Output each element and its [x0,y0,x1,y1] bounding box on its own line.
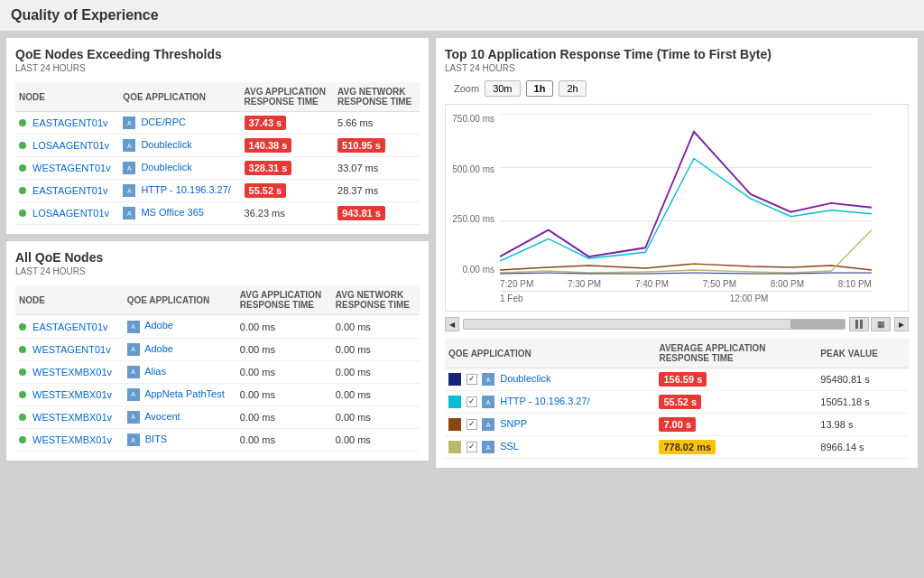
right-panel-title: Top 10 Application Response Time (Time t… [445,47,909,61]
app-cell: A Adobe [124,338,236,360]
badge-red: 37.43 s [245,116,287,130]
node-link[interactable]: WESTAGENT01v [32,163,111,173]
legend-app-link[interactable]: SNPP [500,418,527,429]
node-link[interactable]: WESTEXMBX01v [32,367,112,378]
table-row: EASTAGENT01v A Adobe 0.00 ms 0.00 ms [15,315,420,338]
app-link[interactable]: Avocent [144,411,180,422]
zoom-2h-button[interactable]: 2h [559,80,586,97]
app-cell: A BITS [124,428,236,451]
nettime-cell: 0.00 ms [332,406,420,428]
legend-peak-cell: 13.98 s [817,414,909,436]
status-dot [19,436,26,443]
legend-row: A SSL 778.02 ms 8966.14 s [445,436,909,459]
chart-controls: Zoom 30m 1h 2h [454,80,909,97]
legend-row: A Doubleclick 156.59 s 95480.81 s [445,368,909,391]
app-link[interactable]: MS Office 365 [141,207,204,218]
col-apptime-2: AVG APPLICATIONRESPONSE TIME [236,285,332,315]
zoom-30m-button[interactable]: 30m [485,80,520,97]
table-row: EASTAGENT01v A HTTP - 10.196.3.27/ 55.52… [15,180,420,202]
right-panel: Top 10 Application Response Time (Time t… [435,37,919,469]
scroll-left-button[interactable]: ◀ [445,317,459,331]
node-link[interactable]: EASTAGENT01v [32,322,108,332]
app-icon: A [482,441,494,453]
normal-value: 0.00 ms [336,322,371,332]
nettime-cell: 28.37 ms [334,180,420,202]
normal-value: 0.00 ms [240,344,275,355]
nettime-cell: 0.00 ms [332,360,420,383]
app-link[interactable]: Doubleclick [141,162,191,172]
apptime-cell: 328.31 s [241,157,335,180]
scroll-right-button[interactable]: ▶ [894,317,909,331]
x-date-3: 12:00 PM [730,294,769,303]
chart-svg-container [500,114,872,275]
x-time-5: 8:00 PM [771,279,804,289]
node-link[interactable]: LOSAAGENT01v [32,140,109,151]
app-link[interactable]: Adobe [144,320,173,331]
normal-value: 8966.14 s [820,442,864,452]
apptime-cell: 0.00 ms [236,360,332,383]
scrollbar-track[interactable] [463,319,845,330]
app-cell: A HTTP - 10.196.3.27/ [119,180,240,202]
grid-button[interactable]: ▦ [871,317,891,331]
app-link[interactable]: Alias [144,366,166,377]
table-row: WESTEXMBX01v A AppNeta PathTest 0.00 ms … [15,383,420,406]
app-link[interactable]: DCE/RPC [141,117,186,127]
app-link[interactable]: BITS [145,434,167,444]
legend-app-link[interactable]: HTTP - 10.196.3.27/ [500,396,589,406]
checkbox-icon[interactable] [467,442,477,452]
node-link[interactable]: LOSAAGENT01v [32,208,109,219]
app-link[interactable]: HTTP - 10.196.3.27/ [141,184,230,195]
col-node-1: NODE [15,82,119,112]
app-link[interactable]: Doubleclick [141,139,191,150]
app-cell: A Avocent [124,406,236,428]
apptime-cell: 36.23 ms [241,202,335,225]
apptime-cell: 0.00 ms [236,338,332,360]
table-row: WESTEXMBX01v A Avocent 0.00 ms 0.00 ms [15,406,420,428]
legend-table: QOE APPLICATION AVERAGE APPLICATIONRESPO… [445,339,909,459]
app-cell: A Adobe [124,315,236,338]
node-cell: WESTEXMBX01v [15,383,124,406]
node-link[interactable]: WESTEXMBX01v [32,389,112,400]
app-link[interactable]: AppNeta PathTest [144,388,225,399]
legend-app-cell: A HTTP - 10.196.3.27/ [445,391,655,414]
legend-app-link[interactable]: SSL [500,441,519,452]
col-app-2: QOE APPLICATION [124,285,236,315]
table-row: WESTAGENT01v A Doubleclick 328.31 s 33.0… [15,157,420,180]
x-time-1: 7:20 PM [500,279,533,289]
legend-app-cell: A Doubleclick [445,368,655,391]
legend-col-peak: PEAK VALUE [817,339,909,368]
x-axis: 7:20 PM 7:30 PM 7:40 PM 7:50 PM 8:00 PM … [500,276,872,311]
nettime-cell: 510.95 s [334,135,420,157]
normal-value: 95480.81 s [820,374,869,385]
x-date-1: 1 Feb [500,294,523,303]
normal-value: 0.00 ms [336,344,371,355]
legend-col-avg: AVERAGE APPLICATIONRESPONSE TIME [655,339,817,368]
normal-value: 0.00 ms [240,322,275,332]
checkbox-icon[interactable] [467,374,477,385]
status-dot [19,119,26,126]
app-icon: A [482,373,494,386]
pause-button[interactable] [849,317,869,331]
checkbox-icon[interactable] [467,396,477,407]
table-row: LOSAAGENT01v A MS Office 365 36.23 ms 94… [15,202,420,225]
legend-app-link[interactable]: Doubleclick [500,373,550,384]
node-link[interactable]: WESTAGENT01v [32,344,111,355]
node-link[interactable]: EASTAGENT01v [32,185,108,196]
legend-avg-cell: 778.02 ms [655,436,817,459]
node-link[interactable]: WESTEXMBX01v [32,434,112,445]
checkbox-icon[interactable] [467,419,477,430]
app-icon: A [482,396,494,408]
color-swatch [448,396,461,408]
badge-red: 7.00 s [659,417,696,432]
scrollbar-thumb[interactable] [790,320,845,329]
color-swatch [448,418,461,431]
normal-value: 0.00 ms [240,389,275,400]
app-cell: A Doubleclick [119,135,240,157]
status-dot [19,142,26,149]
zoom-1h-button[interactable]: 1h [526,80,554,97]
normal-value: 0.00 ms [240,434,275,445]
app-link[interactable]: Adobe [144,343,173,354]
legend-row: A SNPP 7.00 s 13.98 s [445,414,909,436]
node-link[interactable]: WESTEXMBX01v [32,412,112,423]
node-link[interactable]: EASTAGENT01v [32,117,108,128]
